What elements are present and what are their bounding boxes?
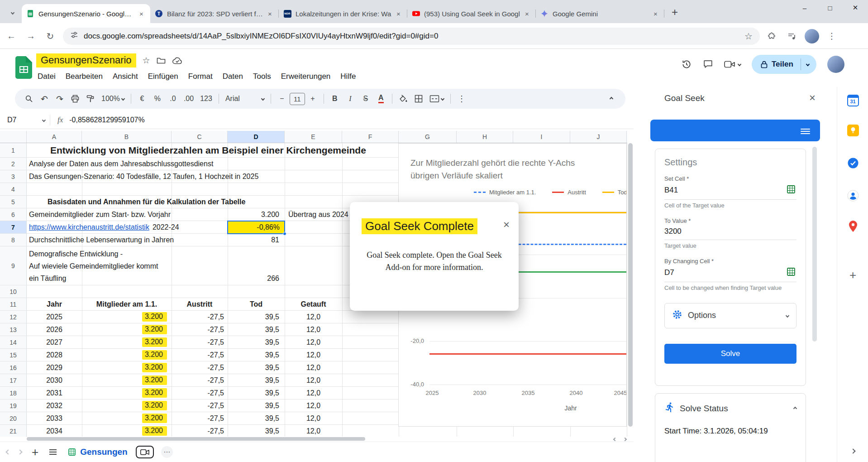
recording-camera-icon[interactable] (136, 446, 154, 458)
cell-demography-label[interactable]: Demografische Entwicklung -Auf wieviele … (29, 248, 158, 284)
window-minimize-button[interactable]: – (792, 0, 817, 15)
cell-austritt[interactable]: -27,5 (172, 336, 228, 348)
cell-mitglieder[interactable]: 3.200 (82, 412, 172, 424)
share-dropdown-icon[interactable] (806, 63, 810, 66)
formula-input[interactable]: -0,858628129959107% (69, 116, 144, 124)
tab-close-icon[interactable]: × (523, 10, 531, 18)
meet-camera-icon[interactable] (724, 60, 741, 68)
set-cell-input[interactable]: B41 (664, 186, 678, 195)
cell-austritt[interactable]: -27,5 (172, 425, 228, 437)
cell-label[interactable]: Gemeindemitglieder zum Start- bzw. Vorja… (29, 208, 171, 221)
browser-tab-sheets[interactable]: GensungenSzenario - Google Sh × (22, 4, 150, 23)
column-header-c[interactable]: C (172, 131, 228, 143)
cell-note[interactable]: Übertrag aus 2024 (288, 208, 348, 221)
menu-daten[interactable]: Daten (218, 70, 248, 83)
dialog-close-icon[interactable]: × (503, 219, 510, 230)
cell-mitglieder[interactable]: 3.200 (82, 387, 172, 399)
tab-close-icon[interactable]: × (651, 10, 660, 18)
account-avatar[interactable] (827, 56, 844, 73)
cell-tod[interactable]: 39,5 (228, 349, 285, 361)
calendar-icon[interactable]: 31 (847, 94, 859, 106)
horizontal-scrollbar[interactable] (27, 437, 365, 441)
address-bar[interactable]: docs.google.com/spreadsheets/d/14AaP_5sl… (63, 28, 760, 45)
table-header-jahr[interactable]: Jahr (27, 298, 82, 310)
cell-austritt[interactable]: -27,5 (172, 412, 228, 424)
all-sheets-button[interactable] (49, 448, 57, 456)
tab-close-icon[interactable]: × (266, 10, 274, 18)
cell-scenario[interactable]: Das Gensungen-Szenario: 40 Todesfälle, 1… (29, 170, 258, 183)
document-title[interactable]: GensungenSzenario (36, 53, 136, 67)
cell-title[interactable]: Entwicklung von Mitgliederzahlen am Beis… (50, 143, 366, 157)
row-header[interactable]: 15 (0, 349, 27, 361)
cell-austritt[interactable]: -27,5 (172, 374, 228, 386)
column-header-h[interactable]: H (457, 131, 513, 143)
cell-start-members[interactable]: 3.200 (228, 208, 285, 221)
add-app-icon[interactable]: + (847, 269, 859, 281)
share-button[interactable]: Teilen (752, 55, 816, 74)
cell-austritt[interactable]: -27,5 (172, 387, 228, 399)
column-header-b[interactable]: B (82, 131, 172, 143)
cell-tod[interactable]: 39,5 (228, 412, 285, 424)
column-header-d[interactable]: D (228, 131, 285, 143)
name-box-dropdown-icon[interactable] (42, 118, 46, 121)
menu-tools[interactable]: Tools (248, 70, 276, 83)
browser-menu-icon[interactable]: ⋮ (824, 29, 839, 44)
table-header-mitglieder[interactable]: Mitglieder am 1.1. (82, 298, 172, 310)
row-header[interactable]: 1 (0, 143, 27, 157)
cell-section-heading[interactable]: Basisdaten und Annahmen für die Kalkulat… (48, 196, 245, 208)
column-header-f[interactable]: F (342, 131, 399, 143)
row-header[interactable]: 19 (0, 399, 27, 412)
extensions-icon[interactable] (764, 29, 780, 44)
row-header[interactable]: 13 (0, 323, 27, 336)
site-settings-icon[interactable] (70, 31, 78, 41)
row-header[interactable]: 2 (0, 158, 27, 170)
font-size-input[interactable]: 11 (290, 93, 305, 105)
cell-getauft[interactable]: 12,0 (285, 311, 342, 323)
vertical-scrollbar[interactable] (628, 143, 633, 427)
cell-austritt[interactable]: -27,5 (172, 323, 228, 336)
cell-getauft[interactable]: 12,0 (285, 412, 342, 424)
menu-einfuegen[interactable]: Einfügen (143, 70, 183, 83)
browser-profile-avatar[interactable] (804, 29, 820, 44)
tab-search-button[interactable] (5, 5, 20, 20)
cell-mitglieder[interactable]: 3.200 (82, 399, 172, 412)
cell-mitglieder[interactable]: 3.200 (82, 311, 172, 323)
decrease-decimals-button[interactable]: .0 (166, 91, 180, 106)
font-family-select[interactable]: Arial (223, 91, 267, 106)
cell-mitglieder[interactable]: 3.200 (82, 349, 172, 361)
row-header[interactable]: 3 (0, 170, 27, 183)
name-box[interactable]: D7 (0, 116, 45, 124)
cell-jahr[interactable]: 2034 (27, 425, 82, 437)
addon-menu-icon[interactable] (801, 127, 810, 135)
tabs-scroll-right-icon[interactable] (18, 450, 22, 454)
column-header-i[interactable]: I (513, 131, 570, 143)
cell-getauft[interactable]: 12,0 (285, 387, 342, 399)
cell-jahr[interactable]: 2025 (27, 311, 82, 323)
cell-tod[interactable]: 39,5 (228, 387, 285, 399)
menu-erweiterungen[interactable]: Erweiterungen (276, 70, 336, 83)
tab-close-icon[interactable]: × (137, 10, 146, 18)
cell-getauft[interactable]: 12,0 (285, 361, 342, 374)
menu-datei[interactable]: Datei (33, 70, 61, 83)
column-header-e[interactable]: E (285, 131, 342, 143)
column-header-a[interactable]: A (27, 131, 82, 143)
cell-life-expectancy[interactable]: 81 (228, 234, 285, 246)
print-button[interactable] (68, 91, 82, 106)
zoom-select[interactable]: 100% (99, 91, 127, 106)
menu-bearbeiten[interactable]: Bearbeiten (61, 70, 108, 83)
options-expander[interactable]: Options (664, 303, 796, 328)
selected-cell-d7[interactable]: -0,86% (227, 221, 285, 234)
cell-demography-value[interactable]: 266 (228, 272, 285, 285)
cell-tod[interactable]: 39,5 (228, 336, 285, 348)
browser-tab-ndr[interactable]: NDR Lokalzeitungen in der Krise: Wa × (279, 4, 407, 23)
sheets-logo[interactable] (15, 56, 32, 81)
cell-austritt[interactable]: -27,5 (172, 399, 228, 412)
cell-mitglieder[interactable]: 3.200 (82, 323, 172, 336)
row-header[interactable]: 4 (0, 183, 27, 195)
browser-tab-gemini[interactable]: Google Gemini × (536, 4, 664, 23)
cell-jahr[interactable]: 2028 (27, 349, 82, 361)
tasks-icon[interactable] (847, 157, 859, 169)
cell-getauft[interactable]: 12,0 (285, 374, 342, 386)
cell-jahr[interactable]: 2030 (27, 374, 82, 386)
window-maximize-button[interactable]: □ (817, 0, 843, 15)
